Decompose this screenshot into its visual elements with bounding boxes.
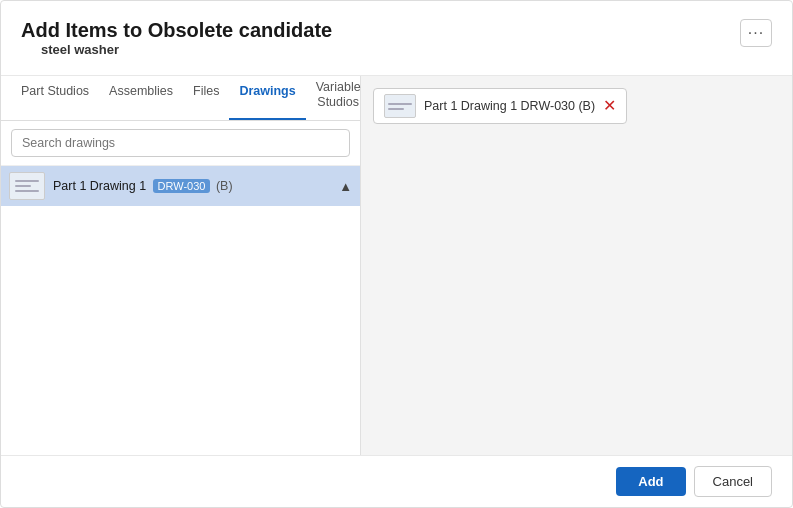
- chip-thumb-line-1: [388, 103, 412, 105]
- right-panel: Part 1 Drawing 1 DRW-030 (B) ✕: [361, 76, 792, 455]
- item-name: Part 1 Drawing 1 DRW-030 (B): [53, 179, 333, 193]
- chip-thumbnail: [384, 94, 416, 118]
- menu-dots-button[interactable]: ···: [740, 19, 772, 47]
- item-tag: DRW-030: [153, 179, 211, 193]
- dialog-subtitle: steel washer: [21, 42, 332, 65]
- tab-files[interactable]: Files: [183, 76, 229, 120]
- left-panel: Part Studios Assemblies Files Drawings V…: [1, 76, 361, 455]
- search-input[interactable]: [11, 129, 350, 157]
- tab-drawings[interactable]: Drawings: [229, 76, 305, 120]
- tab-part-studios[interactable]: Part Studios: [11, 76, 99, 120]
- chip-label: Part 1 Drawing 1 DRW-030 (B): [424, 99, 595, 113]
- cancel-button[interactable]: Cancel: [694, 466, 772, 497]
- dialog-body: Part Studios Assemblies Files Drawings V…: [1, 75, 792, 455]
- chip-remove-button[interactable]: ✕: [603, 98, 616, 114]
- selected-chip: Part 1 Drawing 1 DRW-030 (B) ✕: [373, 88, 627, 124]
- tab-bar: Part Studios Assemblies Files Drawings V…: [1, 76, 360, 121]
- list-item[interactable]: Part 1 Drawing 1 DRW-030 (B) ▲: [1, 166, 360, 206]
- search-area: [1, 121, 360, 166]
- chip-thumb-lines-icon: [388, 103, 412, 110]
- dialog-title: Add Items to Obsolete candidate: [21, 19, 332, 42]
- thumb-line-1: [15, 180, 39, 182]
- thumb-line-2: [15, 185, 31, 187]
- dialog-header: Add Items to Obsolete candidate steel wa…: [1, 1, 792, 75]
- item-thumbnail: [9, 172, 45, 200]
- thumb-lines-icon: [15, 180, 39, 192]
- item-version: (B): [212, 179, 232, 193]
- add-items-dialog: Add Items to Obsolete candidate steel wa…: [0, 0, 793, 508]
- tab-assemblies[interactable]: Assemblies: [99, 76, 183, 120]
- item-arrow-icon: ▲: [339, 179, 352, 194]
- chip-thumb-line-2: [388, 108, 404, 110]
- dialog-footer: Add Cancel: [1, 455, 792, 507]
- thumb-line-3: [15, 190, 39, 192]
- add-button[interactable]: Add: [616, 467, 685, 496]
- list-area: Part 1 Drawing 1 DRW-030 (B) ▲: [1, 166, 360, 455]
